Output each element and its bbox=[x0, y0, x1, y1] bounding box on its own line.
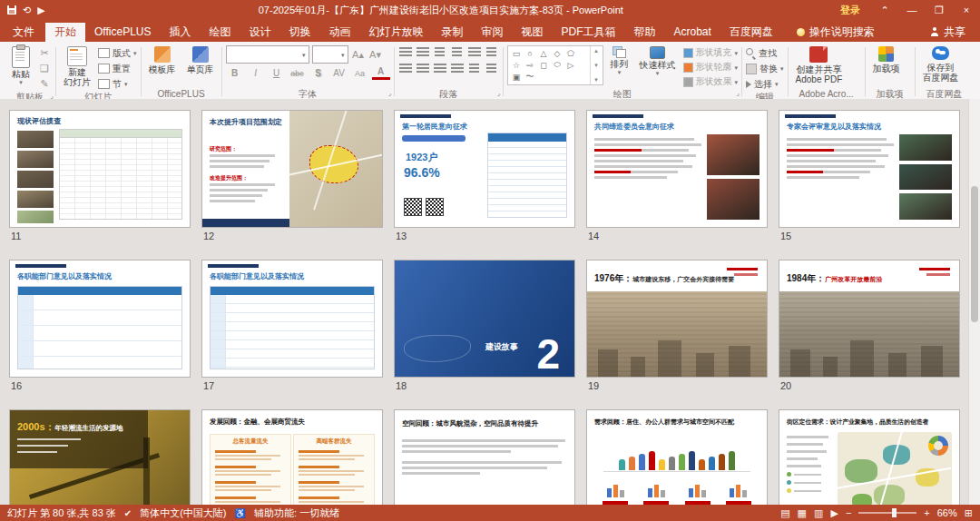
slide-thumbnail[interactable]: 街区定位需求：设计产业聚集地，品质生活的创造者 bbox=[779, 409, 960, 505]
bullets-button[interactable] bbox=[398, 45, 413, 59]
close-button[interactable]: × bbox=[953, 0, 980, 20]
shape-option[interactable]: ⬭ bbox=[551, 59, 564, 71]
align-left-button[interactable] bbox=[398, 62, 413, 75]
find-button[interactable]: 查找 bbox=[746, 46, 784, 60]
align-center-button[interactable] bbox=[416, 62, 430, 75]
scrollbar-thumb[interactable] bbox=[971, 186, 978, 322]
numbering-button[interactable] bbox=[416, 45, 430, 59]
shapes-scroll-up-icon[interactable]: ▴ bbox=[594, 47, 598, 54]
shapes-more-icon[interactable]: ▾ bbox=[594, 76, 598, 84]
font-color-button[interactable]: A bbox=[372, 66, 390, 80]
slideshow-view-button[interactable]: ▶ bbox=[830, 507, 838, 519]
slide-thumbnail[interactable]: 各职能部门意见以及落实情况 bbox=[201, 260, 383, 378]
layout-button[interactable]: 版式▾ bbox=[98, 46, 137, 60]
slide-thumbnail[interactable]: 专家会评审意见以及落实情况 bbox=[779, 110, 960, 228]
shape-option[interactable]: ⇨ bbox=[524, 59, 537, 71]
single-page-library-button[interactable]: 单页库 bbox=[183, 45, 218, 75]
shape-option[interactable]: 〜 bbox=[524, 71, 537, 83]
slide-thumbnail[interactable]: 1984年：广州改革开放最前沿 bbox=[779, 260, 960, 378]
zoom-out-button[interactable]: − bbox=[846, 507, 851, 518]
ribbon-tab-录制[interactable]: 录制 bbox=[432, 23, 472, 42]
zoom-in-button[interactable]: + bbox=[924, 507, 929, 518]
cut-icon[interactable]: ✂ bbox=[37, 46, 52, 60]
ribbon-tab-帮助[interactable]: 帮助 bbox=[624, 23, 664, 42]
shape-option[interactable]: ○ bbox=[524, 47, 537, 59]
font-name-select[interactable]: ▾ bbox=[226, 45, 309, 64]
bold-button[interactable]: B bbox=[226, 66, 244, 80]
align-right-button[interactable] bbox=[433, 62, 447, 75]
share-button[interactable]: 共享 bbox=[921, 23, 975, 41]
accessibility-status[interactable]: 辅助功能: 一切就绪 bbox=[254, 506, 339, 520]
section-button[interactable]: 节▾ bbox=[98, 77, 137, 91]
tell-me-search[interactable]: 操作说明搜索 bbox=[797, 23, 875, 42]
start-slideshow-icon[interactable]: ▶ bbox=[37, 5, 44, 16]
shape-option[interactable]: ▭ bbox=[510, 47, 524, 59]
ribbon-tab-插入[interactable]: 插入 bbox=[160, 23, 200, 42]
ribbon-tab-视图[interactable]: 视图 bbox=[512, 23, 552, 42]
slide-thumbnail[interactable]: 现状评估摸查 bbox=[9, 110, 191, 228]
slide-thumbnail[interactable]: 1976年：城市建设东移，广交会外宾接待需要 bbox=[586, 260, 768, 378]
ribbon-tab-文件[interactable]: 文件 bbox=[2, 23, 45, 42]
copy-icon[interactable]: ❏ bbox=[37, 62, 52, 75]
shape-option[interactable]: ▣ bbox=[510, 71, 524, 83]
strikethrough-button[interactable]: abc bbox=[289, 66, 307, 80]
indent-increase-button[interactable] bbox=[450, 45, 465, 59]
shape-effects-button[interactable]: 形状效果▾ bbox=[683, 75, 739, 88]
reading-view-button[interactable]: ▥ bbox=[814, 507, 823, 519]
ribbon-tab-百度网盘[interactable]: 百度网盘 bbox=[720, 23, 782, 42]
columns-button[interactable] bbox=[467, 62, 482, 75]
ribbon-tab-切换[interactable]: 切换 bbox=[279, 23, 319, 42]
replace-button[interactable]: 替换▾ bbox=[746, 62, 784, 75]
font-size-select[interactable]: ▾ bbox=[312, 45, 348, 64]
ribbon-tab-PDF工具箱[interactable]: PDF工具箱 bbox=[552, 23, 624, 42]
template-library-button[interactable]: 模板库 bbox=[145, 45, 180, 75]
shape-option[interactable]: ▷ bbox=[564, 59, 578, 71]
undo-icon[interactable]: ⟲ bbox=[23, 5, 31, 16]
paste-button[interactable]: 粘贴 ▾ bbox=[8, 45, 34, 86]
vertical-scrollbar[interactable] bbox=[968, 99, 980, 505]
save-to-baidu-button[interactable]: 保存到 百度网盘 bbox=[919, 45, 963, 84]
slide-thumbnail[interactable]: 共同缔造委员会意向征求 bbox=[586, 110, 768, 228]
ribbon-tab-开始[interactable]: 开始 bbox=[45, 23, 85, 42]
smartart-button[interactable] bbox=[485, 62, 499, 75]
grow-font-button[interactable]: A▴ bbox=[351, 48, 366, 62]
zoom-level[interactable]: 66% bbox=[937, 507, 957, 518]
italic-button[interactable]: I bbox=[247, 66, 265, 80]
save-icon[interactable] bbox=[7, 5, 16, 15]
slide-thumbnail[interactable]: 2000s：年轻潮流生活的发源地 bbox=[9, 409, 191, 505]
format-painter-icon[interactable]: ✎ bbox=[37, 77, 52, 91]
dialog-launcher-icon[interactable]: ⌟ bbox=[388, 87, 392, 99]
underline-button[interactable]: U bbox=[268, 66, 286, 80]
slide-thumbnail[interactable]: 第一轮居民意向征求1923户96.6% bbox=[394, 110, 575, 228]
addins-button[interactable]: 加载项 bbox=[869, 45, 904, 74]
slide-thumbnail[interactable]: 本次提升项目范围划定研究范围：改造提升范围： bbox=[201, 110, 383, 228]
justify-button[interactable] bbox=[450, 62, 465, 75]
zoom-slider-thumb[interactable] bbox=[892, 508, 897, 517]
sign-in-button[interactable]: 登录 bbox=[829, 4, 871, 17]
shape-outline-button[interactable]: 形状轮廓▾ bbox=[683, 61, 739, 74]
slide-thumbnail[interactable]: 空间回顾：城市风貌混杂，空间品质有待提升 bbox=[394, 409, 575, 505]
ribbon-tab-OfficePLUS[interactable]: OfficePLUS bbox=[85, 23, 160, 42]
quick-styles-button[interactable]: 快速样式 ▾ bbox=[636, 45, 680, 77]
spellcheck-icon[interactable]: ✔ bbox=[124, 508, 132, 518]
shape-option[interactable]: ☆ bbox=[510, 59, 524, 71]
slide-thumbnail[interactable]: 需求回顾：居住、办公人群需求与城市空间不匹配 bbox=[586, 409, 768, 505]
text-shadow-button[interactable]: S bbox=[309, 66, 328, 80]
shape-option[interactable]: ⬠ bbox=[564, 47, 578, 59]
select-button[interactable]: 选择▾ bbox=[746, 77, 784, 91]
shape-option[interactable]: ◻ bbox=[537, 59, 551, 71]
ribbon-tab-Acrobat[interactable]: Acrobat bbox=[664, 23, 720, 42]
create-share-adobe-pdf-button[interactable]: 创建并共享 Adobe PDF bbox=[792, 45, 847, 85]
ribbon-tab-设计[interactable]: 设计 bbox=[240, 23, 279, 42]
shape-option[interactable]: △ bbox=[537, 47, 551, 59]
fit-to-window-button[interactable]: ⊞ bbox=[965, 507, 973, 519]
ribbon-tab-绘图[interactable]: 绘图 bbox=[200, 23, 240, 42]
indent-decrease-button[interactable] bbox=[433, 45, 447, 59]
new-slide-button[interactable]: 新建 幻灯片 bbox=[60, 45, 94, 88]
reset-button[interactable]: 重置 bbox=[98, 62, 137, 75]
slide-sorter-view-button[interactable]: ▦ bbox=[798, 507, 807, 519]
shape-fill-button[interactable]: 形状填充▾ bbox=[683, 46, 739, 59]
text-direction-button[interactable] bbox=[485, 45, 499, 59]
change-case-button[interactable]: Aa bbox=[351, 66, 369, 80]
dialog-launcher-icon[interactable]: ⌟ bbox=[497, 87, 501, 99]
